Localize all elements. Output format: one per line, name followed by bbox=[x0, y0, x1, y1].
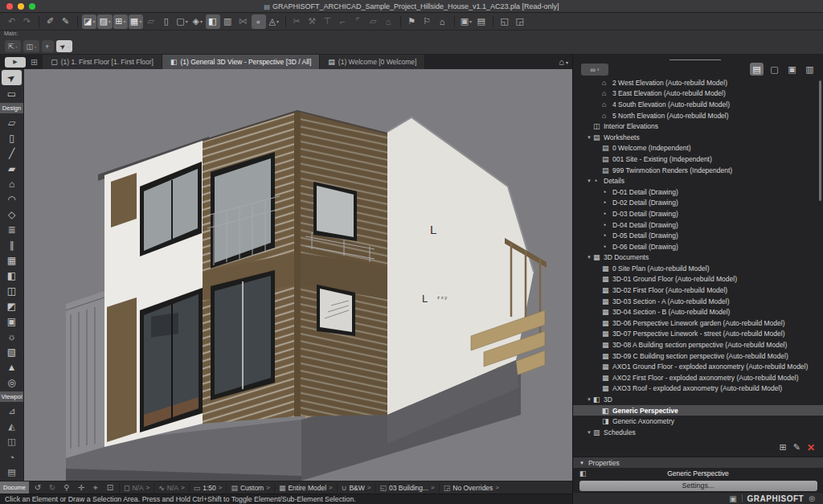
publisher-icon[interactable]: ▥ bbox=[803, 63, 817, 76]
tab-first-floor[interactable]: ▢(1) 1. First Floor [1. First Floor] bbox=[43, 55, 162, 69]
base-level-icon[interactable]: ⌂ bbox=[382, 14, 396, 29]
marquee-area-button[interactable]: ▫ bbox=[252, 14, 266, 29]
quick-option-layer-combination[interactable]: ◱03 Building...> bbox=[375, 483, 438, 493]
tree-item[interactable]: ⌂ 2 West Elevation (Auto-rebuild Model) bbox=[573, 77, 823, 88]
toolbar-button[interactable] bbox=[77, 16, 78, 27]
film-icon[interactable]: ▤ bbox=[474, 14, 489, 29]
design-section-label[interactable]: Design bbox=[0, 103, 23, 113]
quick-option-pen-set[interactable]: ▤Custom> bbox=[226, 483, 273, 493]
tree-item[interactable]: ▼ ◧ 3D bbox=[573, 394, 823, 405]
tab-overflow-home-icon[interactable]: ⌂ bbox=[559, 57, 564, 67]
tree-item[interactable]: ▤ 999 Twinmotion Renders (Independent) bbox=[573, 165, 823, 176]
toolbar-button[interactable] bbox=[454, 16, 455, 27]
quick-option-pen-color[interactable]: ∪B&W> bbox=[337, 483, 375, 493]
pop-navigator-button[interactable]: ▶ bbox=[5, 57, 26, 68]
railing-tool[interactable]: ∥ bbox=[0, 237, 23, 252]
tree-item[interactable]: ◔ D-06 Detail (Drawing) bbox=[573, 241, 823, 252]
tree-item[interactable]: ◧ Generic Perspective bbox=[573, 405, 823, 416]
tree-item[interactable]: ▦ 3D-04 Section - B (Auto-rebuild Model) bbox=[573, 306, 823, 318]
resize-icon[interactable]: ▱ bbox=[366, 14, 381, 29]
tab-welcome[interactable]: ▤(1) Welcome [0 Welcome] bbox=[320, 55, 425, 69]
tree-item[interactable]: ▦ 3D-09 C Building section perspective (… bbox=[573, 350, 823, 362]
column-tool[interactable]: ▯ bbox=[0, 130, 23, 145]
arrow-toggle-button[interactable]: ◪▾ bbox=[82, 14, 96, 29]
pick-up-parameters-icon[interactable]: ✐ bbox=[43, 14, 58, 29]
tree-item[interactable]: ▦ 3D-08 A Building section perspective (… bbox=[573, 339, 823, 350]
beam-tool[interactable]: ╱ bbox=[0, 145, 23, 161]
expander-icon[interactable]: ▼ bbox=[585, 430, 593, 435]
flag-icon[interactable]: ⚑ bbox=[405, 14, 420, 29]
orbit-icon[interactable]: ↺ bbox=[31, 481, 45, 494]
toolbar-button[interactable] bbox=[285, 16, 286, 27]
save-current-view-icon[interactable]: ⊞ bbox=[780, 442, 787, 453]
tree-item[interactable]: ▤ 0 Welcome (Independent) bbox=[573, 143, 823, 154]
tree-item[interactable]: ▼ ◔ Details bbox=[573, 175, 823, 186]
quick-layers-button[interactable]: ⇱› bbox=[5, 40, 21, 52]
expander-icon[interactable]: ▼ bbox=[585, 255, 593, 260]
skylight-tool[interactable]: ◩ bbox=[0, 298, 23, 313]
grid-snap-button[interactable]: ⊞▾ bbox=[113, 14, 128, 29]
home-story-icon[interactable]: ⌂ bbox=[436, 14, 450, 29]
slab-tool[interactable]: ▰ bbox=[0, 161, 23, 176]
tree-item[interactable]: ⌂ 5 North Elevation (Auto-rebuild Model) bbox=[573, 110, 823, 121]
tree-scrollbar[interactable] bbox=[819, 80, 821, 201]
interior-elevation-tool[interactable]: ◫ bbox=[0, 434, 23, 449]
float-panel-icon[interactable]: ▣ bbox=[729, 494, 736, 503]
quick-option-overrides[interactable]: ◲No Overrides> bbox=[439, 483, 503, 493]
fit-view-icon[interactable]: ⊡ bbox=[103, 481, 117, 494]
tree-item[interactable]: ◨ Generic Axonometry bbox=[573, 416, 823, 427]
toolbar-button[interactable] bbox=[400, 16, 401, 27]
morph-tool[interactable]: ◇ bbox=[0, 207, 23, 222]
chamfer-icon[interactable]: ⌜ bbox=[351, 14, 366, 29]
section-tool[interactable]: ⊿ bbox=[0, 404, 23, 419]
tree-item[interactable]: ▤ 001 Site - Existing (Independent) bbox=[573, 154, 823, 165]
ruler-icon[interactable]: ▥ bbox=[221, 14, 235, 29]
worksheet-tool[interactable]: ▤ bbox=[0, 465, 23, 480]
note-icon[interactable]: ✎ bbox=[793, 442, 800, 453]
project-map-icon[interactable]: ▤ bbox=[750, 63, 764, 76]
tree-item[interactable]: ⌂ 3 East Elevation (Auto-rebuild Model) bbox=[573, 88, 823, 100]
tree-item[interactable]: ▦ 3D-02 First Floor (Auto-rebuild Model) bbox=[573, 285, 823, 296]
tree-item[interactable]: ▼ ▤ Worksheets bbox=[573, 132, 823, 143]
quick-option-model-filter[interactable]: ▦Entire Model> bbox=[274, 483, 337, 493]
tree-item[interactable]: ◔ D-01 Detail (Drawing) bbox=[573, 186, 823, 198]
roof-tool[interactable]: ⌂ bbox=[0, 176, 23, 191]
tree-item[interactable]: ▦ 3D-01 Ground Floor (Auto-rebuild Model… bbox=[573, 274, 823, 285]
favorites-button[interactable]: ▢▾ bbox=[174, 14, 189, 29]
quick-option-scale[interactable]: ▭1:50> bbox=[189, 483, 227, 493]
settings-button[interactable]: Settings... bbox=[579, 481, 817, 491]
tree-item[interactable]: ◔ D-04 Detail (Drawing) bbox=[573, 219, 823, 231]
split-icon[interactable]: ✂ bbox=[290, 14, 305, 29]
pan-icon[interactable]: ✛ bbox=[74, 481, 88, 494]
layout-book-icon[interactable]: ▣ bbox=[785, 63, 799, 76]
tree-item[interactable]: ▦ 3D-07 Perspective Linework - street (A… bbox=[573, 329, 823, 340]
opening-tool[interactable]: ◎ bbox=[0, 375, 23, 390]
navigator-link-button[interactable]: ∞ › bbox=[581, 64, 608, 76]
tree-item[interactable]: ▼ ▦ 3D Documents bbox=[573, 252, 823, 264]
walk-icon[interactable]: ⌖ bbox=[88, 481, 103, 494]
tree-item[interactable]: ▦ 3D-03 Section - A (Auto-rebuild Model) bbox=[573, 296, 823, 307]
viewpoint-section-label[interactable]: Viewpoi bbox=[0, 391, 23, 402]
tree-item[interactable]: ◔ D-02 Detail (Drawing) bbox=[573, 198, 823, 209]
shell-tool[interactable]: ◠ bbox=[0, 191, 23, 207]
gravity-icon[interactable]: ▱ bbox=[144, 14, 158, 29]
toolbar-button[interactable] bbox=[493, 16, 493, 27]
marquee-toggle-button[interactable]: ▨▾ bbox=[97, 14, 112, 29]
marquee-tool[interactable]: ▭ bbox=[0, 86, 23, 101]
zone-tool[interactable]: ▧ bbox=[0, 344, 23, 359]
object-tool[interactable]: ▣ bbox=[0, 313, 23, 329]
group-icon[interactable]: ◲ bbox=[513, 14, 527, 29]
properties-header[interactable]: ▼ Properties bbox=[573, 457, 823, 468]
link-icon[interactable]: ◱ bbox=[497, 14, 512, 29]
profile-manager-button[interactable]: ◈▾ bbox=[190, 14, 205, 29]
lamp-tool[interactable]: ☼ bbox=[0, 329, 23, 344]
collapse-icon[interactable]: ▼ bbox=[579, 461, 584, 465]
view-map-icon[interactable]: ▢ bbox=[768, 63, 781, 76]
document-section-label[interactable]: Docume bbox=[0, 481, 29, 494]
window-tool[interactable]: ◫ bbox=[0, 283, 23, 298]
add-button[interactable]: + bbox=[42, 40, 54, 52]
mesh-tool[interactable]: ▲ bbox=[0, 359, 23, 375]
door-tool[interactable]: ◧ bbox=[0, 268, 23, 283]
tab-3d-perspective[interactable]: ◧(1) General 3D View - Perspective [3D /… bbox=[162, 55, 320, 69]
expander-icon[interactable]: ▼ bbox=[585, 135, 593, 140]
